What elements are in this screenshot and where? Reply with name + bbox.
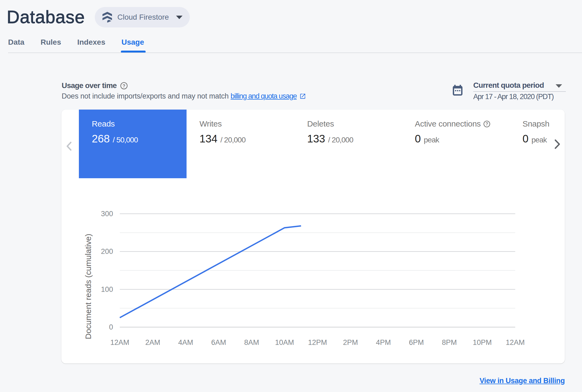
line-chart-svg: 010020030012AM2AM4AM6AM8AM10AM12PM2PM4PM… bbox=[61, 198, 565, 363]
database-product-selector[interactable]: Cloud Firestore bbox=[95, 7, 190, 27]
svg-text:4PM: 4PM bbox=[376, 338, 391, 346]
metric-tab-reads[interactable]: Reads ? 268 / 50,000 bbox=[79, 110, 187, 178]
metric-tab-deletes[interactable]: Deletes ? 133 / 20,000 bbox=[294, 110, 402, 178]
svg-text:2AM: 2AM bbox=[145, 338, 160, 346]
chevron-left-icon bbox=[63, 140, 76, 153]
help-icon: ? bbox=[483, 121, 490, 127]
page-title: Database bbox=[7, 7, 85, 27]
metric-label: Reads bbox=[92, 119, 115, 129]
quota-period-underline bbox=[473, 91, 566, 92]
firestore-icon bbox=[102, 12, 112, 23]
usage-card: Reads ? 268 / 50,000 Writes ? 134 bbox=[61, 110, 565, 363]
tab-usage[interactable]: Usage bbox=[121, 32, 144, 52]
svg-text:2PM: 2PM bbox=[343, 338, 358, 346]
tab-indexes[interactable]: Indexes bbox=[77, 32, 105, 52]
svg-text:10PM: 10PM bbox=[473, 338, 492, 346]
metric-tab-active-connections[interactable]: Active connections ? 0 peak bbox=[402, 110, 510, 178]
svg-text:?: ? bbox=[485, 122, 488, 126]
metric-value: 134 bbox=[199, 132, 218, 145]
usage-over-time-heading: Usage over time bbox=[62, 81, 117, 90]
svg-text:12AM: 12AM bbox=[110, 338, 129, 346]
metric-suffix: peak bbox=[424, 136, 439, 144]
help-icon[interactable]: ? bbox=[120, 82, 128, 89]
svg-text:12PM: 12PM bbox=[308, 338, 327, 346]
metric-value: 268 bbox=[92, 132, 110, 145]
metric-label: Writes bbox=[199, 119, 222, 129]
svg-text:6AM: 6AM bbox=[211, 338, 226, 346]
metric-tabs: Reads ? 268 / 50,000 Writes ? 134 bbox=[79, 110, 565, 178]
quota-period-dropdown[interactable]: Current quota period bbox=[473, 81, 566, 90]
svg-text:4AM: 4AM bbox=[178, 338, 193, 346]
metric-value: 133 bbox=[307, 132, 325, 145]
svg-text:300: 300 bbox=[101, 210, 113, 218]
metric-suffix: peak bbox=[531, 136, 547, 144]
metric-value: 0 bbox=[523, 132, 528, 145]
tab-data[interactable]: Data bbox=[8, 32, 24, 52]
billing-quota-usage-link[interactable]: billing and quota usage bbox=[231, 92, 297, 100]
svg-text:200: 200 bbox=[101, 247, 113, 256]
database-tabs: DataRulesIndexesUsage bbox=[8, 32, 144, 53]
metric-suffix: / 20,000 bbox=[220, 136, 246, 144]
metric-suffix: / 20,000 bbox=[328, 136, 353, 144]
quota-period-selector: Current quota period Apr 17 - Apr 18, 20… bbox=[473, 81, 566, 101]
metric-suffix: / 50,000 bbox=[113, 136, 138, 144]
chevron-right-icon bbox=[551, 138, 563, 150]
external-link-icon bbox=[299, 93, 306, 102]
metrics-scroll-left-button[interactable] bbox=[63, 140, 76, 153]
metric-tab-writes[interactable]: Writes ? 134 / 20,000 bbox=[187, 110, 294, 178]
tabs-divider bbox=[8, 52, 582, 53]
svg-text:12AM: 12AM bbox=[506, 338, 525, 346]
usage-header-row: Usage over time ? bbox=[62, 81, 128, 90]
svg-text:Document reads (cumulative): Document reads (cumulative) bbox=[84, 234, 93, 339]
product-selector-label: Cloud Firestore bbox=[117, 13, 169, 22]
view-usage-billing-link[interactable]: View in Usage and Billing bbox=[479, 377, 565, 385]
quota-period-value: Apr 17 - Apr 18, 2020 (PDT) bbox=[473, 92, 566, 101]
svg-text:10AM: 10AM bbox=[275, 338, 294, 346]
usage-chart: 010020030012AM2AM4AM6AM8AM10AM12PM2PM4PM… bbox=[61, 198, 565, 363]
svg-text:6PM: 6PM bbox=[409, 338, 424, 346]
metric-label: Deletes bbox=[307, 119, 334, 129]
reads-series-line bbox=[120, 226, 301, 318]
usage-description: Does not include imports/exports and may… bbox=[62, 92, 306, 102]
metric-label: Active connections bbox=[415, 119, 481, 129]
svg-text:100: 100 bbox=[101, 285, 113, 293]
svg-text:0: 0 bbox=[109, 323, 113, 331]
quota-period-label: Current quota period bbox=[473, 81, 544, 90]
caret-down-icon bbox=[176, 16, 183, 19]
caret-down-icon bbox=[556, 84, 562, 88]
svg-text:?: ? bbox=[123, 83, 125, 88]
calendar-icon bbox=[453, 85, 462, 96]
metric-value: 0 bbox=[415, 132, 421, 145]
footer-link-row: View in Usage and Billing bbox=[479, 377, 565, 385]
usage-description-text: Does not include imports/exports and may… bbox=[62, 92, 231, 100]
svg-text:8AM: 8AM bbox=[244, 338, 259, 346]
svg-text:8PM: 8PM bbox=[442, 338, 457, 346]
metrics-scroll-right-button[interactable] bbox=[549, 110, 565, 178]
tab-rules[interactable]: Rules bbox=[41, 32, 61, 52]
